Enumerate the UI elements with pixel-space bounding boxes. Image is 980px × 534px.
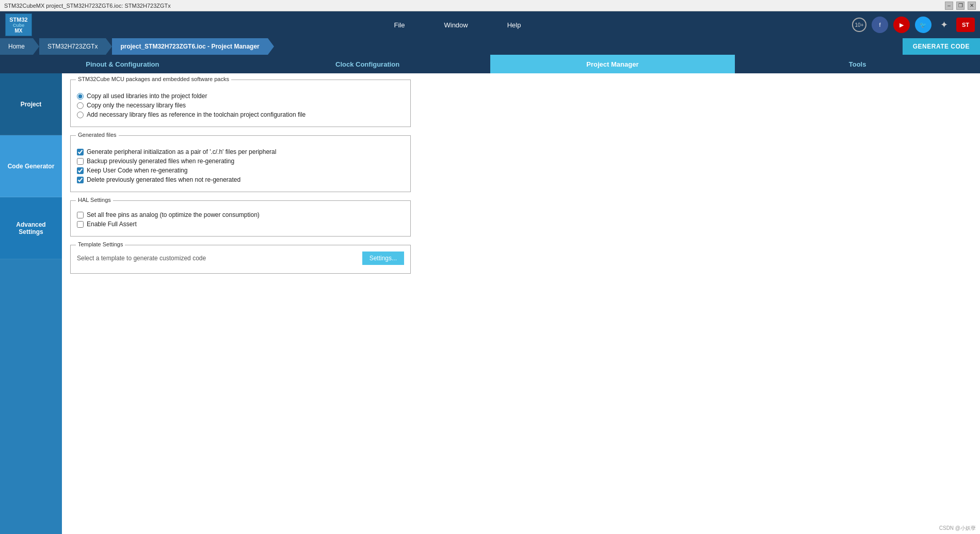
youtube-icon[interactable]: ▶ xyxy=(893,17,910,33)
logo-cube: Cube xyxy=(13,23,25,28)
title-bar-controls: – ❐ ✕ xyxy=(945,2,976,10)
radio-copy-all-input[interactable] xyxy=(77,93,84,100)
watermark: CSDN @小妖孽 xyxy=(939,525,976,532)
radio-copy-necessary[interactable]: Copy only the necessary library files xyxy=(77,102,404,109)
radio-copy-necessary-label: Copy only the necessary library files xyxy=(87,102,186,109)
content-area: STM32Cube MCU packages and embedded soft… xyxy=(62,73,980,534)
social-icons: 10+ f ▶ 🐦 ✦ ST xyxy=(852,17,975,33)
mcu-packages-legend: STM32Cube MCU packages and embedded soft… xyxy=(76,76,231,82)
menu-items: File Window Help xyxy=(63,19,852,31)
sidebar: Project Code Generator Advanced Settings xyxy=(0,73,62,534)
cb-keep-user-code-input[interactable] xyxy=(77,167,84,174)
logo-mx: MX xyxy=(15,28,23,34)
facebook-icon[interactable]: f xyxy=(872,17,888,33)
breadcrumb-home[interactable]: Home xyxy=(0,38,33,55)
logo: STM32 Cube MX xyxy=(5,13,32,36)
template-row: Select a template to generate customized… xyxy=(77,249,404,267)
cb-keep-user-code[interactable]: Keep User Code when re-generating xyxy=(77,167,404,174)
st-icon[interactable]: ST xyxy=(956,18,975,32)
mcu-packages-group: STM32Cube MCU packages and embedded soft… xyxy=(70,80,411,127)
spark-icon[interactable]: ✦ xyxy=(937,18,951,32)
cb-delete-generated[interactable]: Delete previously generated files when n… xyxy=(77,176,404,183)
main-layout: Project Code Generator Advanced Settings… xyxy=(0,73,980,534)
twitter-icon[interactable]: 🐦 xyxy=(915,17,931,33)
menu-file[interactable]: File xyxy=(390,19,409,31)
sidebar-item-code-generator[interactable]: Code Generator xyxy=(0,135,62,197)
generated-files-group: Generated files Generate peripheral init… xyxy=(70,135,411,192)
title-bar: STM32CubeMX project_STM32H723ZGT6.ioc: S… xyxy=(0,0,980,11)
breadcrumb-arrow-3 xyxy=(268,38,274,55)
cb-free-pins-analog[interactable]: Set all free pins as analog (to optimize… xyxy=(77,211,404,218)
cb-generate-peripheral-input[interactable] xyxy=(77,149,84,155)
content-inner: STM32Cube MCU packages and embedded soft… xyxy=(70,80,411,274)
sidebar-item-project[interactable]: Project xyxy=(0,73,62,135)
radio-copy-all[interactable]: Copy all used libraries into the project… xyxy=(77,92,404,100)
logo-area: STM32 Cube MX xyxy=(5,13,32,36)
cb-enable-full-assert-input[interactable] xyxy=(77,221,84,228)
breadcrumb: Home STM32H723ZGTx project_STM32H723ZGT6… xyxy=(0,38,980,55)
minimize-button[interactable]: – xyxy=(945,2,953,10)
cb-enable-full-assert[interactable]: Enable Full Assert xyxy=(77,221,404,228)
radio-add-reference-input[interactable] xyxy=(77,112,84,118)
version-icon: 10+ xyxy=(852,18,866,32)
logo-stm: STM32 xyxy=(9,17,27,23)
menu-window[interactable]: Window xyxy=(440,19,472,31)
template-settings-legend: Template Settings xyxy=(76,241,125,247)
restore-button[interactable]: ❐ xyxy=(956,2,965,10)
radio-copy-all-label: Copy all used libraries into the project… xyxy=(87,92,207,100)
cb-backup-files-label: Backup previously generated files when r… xyxy=(87,158,234,165)
breadcrumb-arrow-2 xyxy=(106,38,112,55)
cb-generate-peripheral-label: Generate peripheral initialization as a … xyxy=(87,148,276,155)
tab-pinout[interactable]: Pinout & Configuration xyxy=(0,55,245,73)
settings-button[interactable]: Settings... xyxy=(362,252,404,265)
breadcrumb-arrow-1 xyxy=(33,38,39,55)
radio-add-reference[interactable]: Add necessary library files as reference… xyxy=(77,111,404,118)
title-bar-text: STM32CubeMX project_STM32H723ZGT6.ioc: S… xyxy=(4,3,171,9)
cb-free-pins-analog-input[interactable] xyxy=(77,212,84,218)
sidebar-item-advanced-settings[interactable]: Advanced Settings xyxy=(0,197,62,259)
tab-tools[interactable]: Tools xyxy=(735,55,980,73)
cb-free-pins-analog-label: Set all free pins as analog (to optimize… xyxy=(87,211,260,218)
cb-backup-files[interactable]: Backup previously generated files when r… xyxy=(77,158,404,165)
hal-settings-group: HAL Settings Set all free pins as analog… xyxy=(70,200,411,237)
cb-generate-peripheral[interactable]: Generate peripheral initialization as a … xyxy=(77,148,404,155)
tab-bar: Pinout & Configuration Clock Configurati… xyxy=(0,55,980,73)
generate-code-button[interactable]: GENERATE CODE xyxy=(903,38,980,55)
cb-delete-generated-input[interactable] xyxy=(77,177,84,183)
hal-settings-legend: HAL Settings xyxy=(76,197,113,203)
close-button[interactable]: ✕ xyxy=(968,2,976,10)
cb-keep-user-code-label: Keep User Code when re-generating xyxy=(87,167,187,174)
cb-backup-files-input[interactable] xyxy=(77,158,84,165)
radio-add-reference-label: Add necessary library files as reference… xyxy=(87,111,306,118)
template-settings-group: Template Settings Select a template to g… xyxy=(70,245,411,274)
tab-project-manager[interactable]: Project Manager xyxy=(490,55,735,73)
template-text: Select a template to generate customized… xyxy=(77,255,206,262)
cb-delete-generated-label: Delete previously generated files when n… xyxy=(87,176,240,183)
cb-enable-full-assert-label: Enable Full Assert xyxy=(87,221,137,228)
tab-clock[interactable]: Clock Configuration xyxy=(245,55,490,73)
breadcrumb-file[interactable]: project_STM32H723ZGT6.ioc - Project Mana… xyxy=(112,38,267,55)
generated-files-legend: Generated files xyxy=(76,132,119,138)
menu-help[interactable]: Help xyxy=(503,19,525,31)
breadcrumb-chip[interactable]: STM32H723ZGTx xyxy=(39,38,106,55)
radio-copy-necessary-input[interactable] xyxy=(77,102,84,109)
menu-bar: STM32 Cube MX File Window Help 10+ f ▶ 🐦… xyxy=(0,11,980,38)
